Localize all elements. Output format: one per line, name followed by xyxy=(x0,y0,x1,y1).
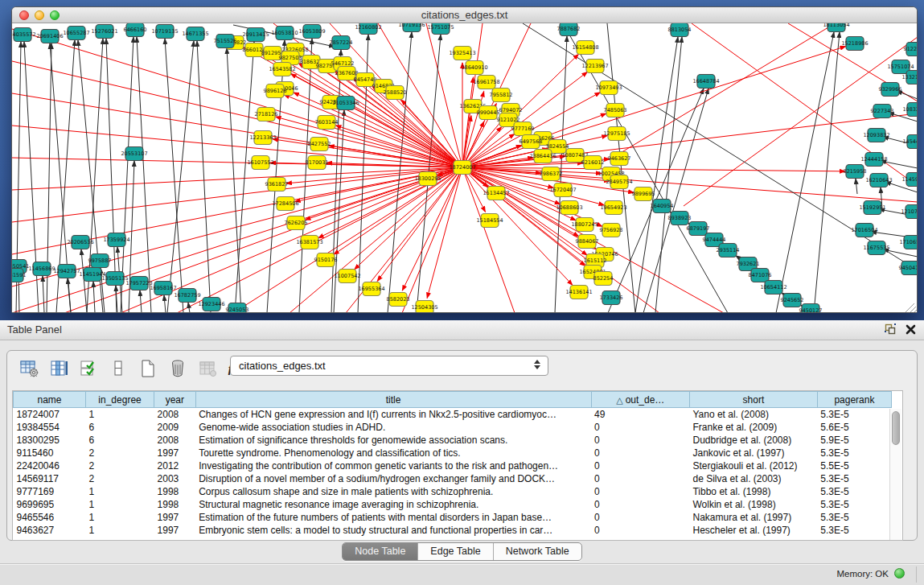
table-cell: 1998 xyxy=(154,485,196,498)
table-row[interactable]: 1456911722003Disruption of a novel membe… xyxy=(14,472,892,485)
table-cell: 6 xyxy=(86,421,154,434)
select-all-icon[interactable] xyxy=(78,358,99,379)
graph-node-label: 9245053 xyxy=(226,307,249,312)
table-row[interactable]: 1938455462009Genome-wide association stu… xyxy=(14,421,892,434)
table-cell: Tibbo et al. (1998) xyxy=(689,485,817,498)
column-header[interactable]: pagerank xyxy=(817,392,891,408)
graph-node-label: 9361827 xyxy=(265,181,289,187)
table-row[interactable]: 1872400712008Changes of HCN gene express… xyxy=(14,408,892,421)
clear-selection-icon[interactable] xyxy=(108,358,129,379)
table-cell: 9777169 xyxy=(14,485,86,498)
graph-node-label: 7515526 xyxy=(214,38,237,44)
graph-edge xyxy=(12,167,462,190)
table-row[interactable]: 946362711997Embryonic stem cells: a mode… xyxy=(14,524,892,537)
graph-node-label: 9450127 xyxy=(799,307,823,312)
graph-node-label: 16720407 xyxy=(549,187,576,193)
table-cell: 19384554 xyxy=(14,421,86,434)
graph-node-label: 15751074 xyxy=(887,64,914,70)
table-selector-dropdown[interactable]: citations_edges.txt xyxy=(230,356,548,376)
graph-node-label: 17957223 xyxy=(125,280,152,286)
close-icon[interactable] xyxy=(906,323,916,338)
tab-network-table[interactable]: Network Table xyxy=(493,543,581,560)
table-scrollbar-thumb[interactable] xyxy=(892,411,900,445)
table-panel: Table Panel xyxy=(0,320,924,585)
memory-status[interactable]: Memory: OK xyxy=(836,568,905,579)
new-table-icon[interactable] xyxy=(138,358,158,379)
graph-node-label: 8427552 xyxy=(308,141,331,147)
column-header[interactable]: year xyxy=(154,392,196,408)
window-titlebar[interactable]: citations_edges.txt xyxy=(12,7,917,23)
close-window-button[interactable] xyxy=(19,10,29,20)
graph-node-label: 16543582 xyxy=(269,66,295,72)
graph-node-label: 20206536 xyxy=(67,239,93,245)
table-cell: Changes of HCN gene expression and I(f) … xyxy=(195,408,591,421)
graph-node-label: 24035572 xyxy=(12,31,36,38)
graph-node-label: 17106504 xyxy=(899,239,917,245)
table-cell: 5.3E-5 xyxy=(817,511,891,524)
graph-edge xyxy=(462,167,845,171)
column-header[interactable]: name xyxy=(14,392,86,408)
graph-node-label: 11459522 xyxy=(901,176,917,183)
column-header[interactable]: short xyxy=(689,392,817,408)
table-row[interactable]: 1830029562008Estimation of significance … xyxy=(14,434,892,447)
graph-node-label: 12975185 xyxy=(603,130,630,137)
graph-node-label: 15751075 xyxy=(427,24,454,31)
graph-edge xyxy=(235,42,254,312)
delete-table-icon[interactable] xyxy=(167,358,188,379)
graph-node-label: 9245652 xyxy=(781,297,804,303)
table-settings-icon[interactable] xyxy=(18,358,39,379)
table-cell: 5.3E-5 xyxy=(817,524,891,537)
table-cell: 5.5E-5 xyxy=(817,459,891,472)
graph-edge xyxy=(914,310,917,312)
table-cell: 0 xyxy=(591,421,689,434)
network-view[interactable]: 1872400774658228660124891295423226058982… xyxy=(12,23,917,312)
tab-edge-table[interactable]: Edge Table xyxy=(417,543,492,560)
zoom-window-button[interactable] xyxy=(50,10,60,20)
graph-node-label: 10832933 xyxy=(902,106,917,113)
graph-edge xyxy=(43,276,44,312)
table-panel-frame: f(x) citations_edges.txt namein_degreeye… xyxy=(6,350,918,541)
graph-node-label: 19654923 xyxy=(600,204,626,211)
graph-node-label: 8215958 xyxy=(844,168,867,175)
table-row[interactable]: 911546021997Tourette syndrome. Phenomeno… xyxy=(14,447,892,459)
graph-node-label: 9777169 xyxy=(511,126,535,132)
table-row[interactable]: 946554611997Estimation of the future num… xyxy=(14,511,892,524)
import-table-icon[interactable] xyxy=(197,358,218,379)
graph-node-label: 8938923 xyxy=(668,215,692,221)
table-row[interactable]: 969969511998Structural magnetic resonanc… xyxy=(14,498,892,511)
column-header[interactable]: △out_de… xyxy=(591,392,689,408)
network-canvas[interactable]: 1872400774658228660124891295423226058982… xyxy=(12,23,917,312)
table-cell: 5.3E-5 xyxy=(817,447,891,459)
table-cell: Embryonic stem cells: a model to study s… xyxy=(195,524,591,537)
table-row[interactable]: 977716911998Corpus callosum shape and si… xyxy=(14,485,892,498)
graph-node-label: 11456869 xyxy=(28,266,55,272)
graph-node-label: 12160802 xyxy=(355,24,381,31)
graph-node-label: 15134457 xyxy=(483,190,509,196)
table-cell: 1997 xyxy=(154,524,196,537)
graph-edge xyxy=(427,167,462,298)
graph-node-label: 18113054 xyxy=(823,23,849,28)
attribute-table: namein_degreeyeartitle△out_de…shortpager… xyxy=(12,390,903,541)
table-header-row: namein_degreeyeartitle△out_de…shortpager… xyxy=(14,392,892,408)
show-columns-icon[interactable] xyxy=(48,358,69,379)
graph-edge xyxy=(635,37,678,312)
table-cell: 5.3E-5 xyxy=(817,408,891,421)
graph-node-label: 12093832 xyxy=(863,132,889,138)
table-cell: 1 xyxy=(86,511,154,524)
graph-node-label: 6466160 xyxy=(124,27,147,33)
table-cell: 1997 xyxy=(154,511,196,524)
table-cell: 9465546 xyxy=(14,511,86,524)
graph-node-label: 7986372 xyxy=(540,171,563,177)
graph-edge xyxy=(462,77,474,167)
minimize-window-button[interactable] xyxy=(35,10,44,20)
column-header[interactable]: title xyxy=(195,392,591,408)
tab-node-table[interactable]: Node Table xyxy=(343,543,417,560)
graph-node-label: 15192951 xyxy=(859,204,885,211)
table-cell: Franke et al. (2009) xyxy=(689,421,817,434)
column-header[interactable]: in_degree xyxy=(86,392,154,408)
table-scrollbar[interactable] xyxy=(889,409,901,540)
table-row[interactable]: 2242004622012Investigating the contribut… xyxy=(14,459,892,472)
graph-node-label: 9329966 xyxy=(879,86,902,93)
graph-node-label: 5467122 xyxy=(331,60,355,67)
float-window-icon[interactable] xyxy=(885,323,896,338)
